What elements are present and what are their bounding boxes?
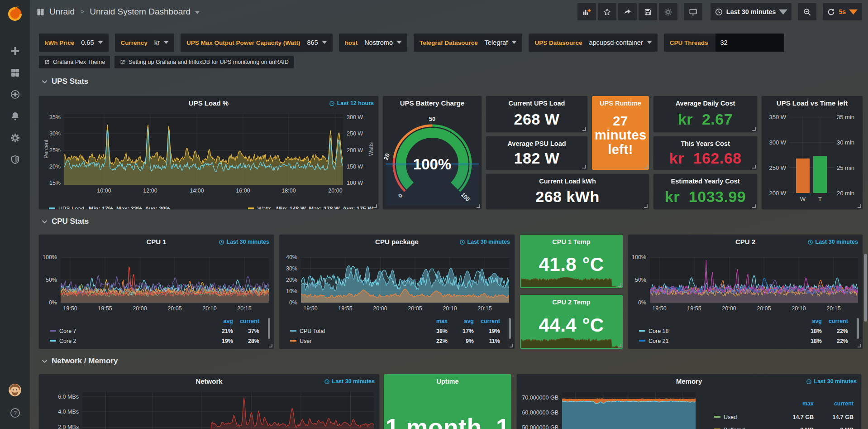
legend-header[interactable]: max xyxy=(777,400,814,407)
section-header-1[interactable]: CPU Stats xyxy=(42,217,89,226)
add-panel-button[interactable] xyxy=(577,3,596,20)
configuration-gear-icon[interactable] xyxy=(4,127,26,149)
y-axis-tick: 100% xyxy=(629,254,646,260)
y-axis-tick-right: 20 min xyxy=(837,190,854,197)
legend-value: 3 MB xyxy=(777,427,814,429)
dashboard-settings-button[interactable] xyxy=(659,3,677,20)
stat-title[interactable]: Current UPS Load xyxy=(486,100,587,107)
legend-header[interactable]: avg xyxy=(450,318,474,324)
panel-title[interactable]: UPS Load vs Time left xyxy=(762,99,863,107)
panel-estimated-yearly-cost: Estimated Yearly Costkr 1033.99 xyxy=(653,174,757,209)
chart-canvas[interactable] xyxy=(82,392,374,429)
explore-icon[interactable] xyxy=(4,83,26,105)
alerting-bell-icon[interactable] xyxy=(4,105,26,127)
stat-value: 268 W xyxy=(486,111,587,128)
refresh-button[interactable]: 5s xyxy=(823,3,862,20)
chart-canvas[interactable] xyxy=(521,330,621,348)
time-range-picker[interactable]: Last 30 minutes xyxy=(711,3,792,20)
stat-title[interactable]: Average Daily Cost xyxy=(653,100,757,107)
create-icon[interactable] xyxy=(4,40,26,62)
panel-memory: MemoryLast 30 minutes70.000000 GB60.0000… xyxy=(517,374,861,429)
legend-scrollbar[interactable] xyxy=(509,318,511,339)
legend-header[interactable]: current xyxy=(825,318,848,324)
section-header-2[interactable]: Network / Memory xyxy=(42,357,118,366)
user-avatar[interactable] xyxy=(4,379,26,401)
dashboards-icon[interactable] xyxy=(4,62,26,83)
mark-favorite-button[interactable] xyxy=(598,3,616,20)
stat-title[interactable]: Current Load kWh xyxy=(486,178,649,185)
chart-canvas[interactable] xyxy=(521,269,621,287)
chart-canvas[interactable] xyxy=(650,257,858,303)
variable-input-cpu-threads[interactable] xyxy=(715,34,784,52)
chart-canvas[interactable] xyxy=(64,114,343,185)
legend-value: 19% xyxy=(477,328,500,334)
legend-header[interactable]: current xyxy=(236,318,259,324)
panel-title[interactable]: UPS Load % xyxy=(39,99,378,107)
legend-value: 18% xyxy=(798,338,822,344)
stat-title[interactable]: Average PSU Load xyxy=(486,140,587,147)
template-variables-row: kWh Price0.65CurrencykrUPS Max Output Po… xyxy=(39,34,784,52)
panel-time-badge: Last 12 hours xyxy=(329,100,374,106)
variable-cpu-threads[interactable]: CPU Threads xyxy=(664,34,784,52)
legend-header[interactable]: current xyxy=(817,400,854,407)
variable-ups-max-output-power-capacity-watt[interactable]: UPS Max Output Power Capacity (Watt)865 xyxy=(181,34,333,52)
x-axis-tick: 19:50 xyxy=(297,305,324,312)
stat-title[interactable]: UPS Runtime xyxy=(592,100,649,107)
variable-host[interactable]: hostNostromo xyxy=(339,34,407,52)
chart-canvas[interactable] xyxy=(61,257,269,303)
chart-canvas[interactable] xyxy=(301,257,509,303)
variable-currency[interactable]: Currencykr xyxy=(115,34,174,52)
chart-canvas[interactable] xyxy=(790,117,834,193)
dashboard-link-0[interactable]: Grafana Plex Theme xyxy=(39,56,110,68)
panel-cpu-package: CPU packageLast 30 minutes40%30%20%10%0%… xyxy=(279,235,515,349)
legend-header[interactable]: max xyxy=(424,318,448,324)
legend-value: 38% xyxy=(424,328,448,334)
y-axis-tick: 0% xyxy=(40,299,57,306)
legend-header[interactable]: avg xyxy=(798,318,822,324)
legend-scrollbar[interactable] xyxy=(268,318,270,339)
dashboard-dropdown-caret-icon[interactable] xyxy=(195,11,200,14)
server-admin-shield-icon[interactable] xyxy=(4,149,26,170)
clock-icon xyxy=(807,239,813,245)
legend-header[interactable]: current xyxy=(477,318,500,324)
legend-scrollbar[interactable] xyxy=(857,318,859,339)
x-axis-tick: 20:10 xyxy=(196,305,223,312)
variable-telegraf-datasource[interactable]: Telegraf DatasourceTelegraf xyxy=(414,34,522,52)
grafana-logo-icon[interactable] xyxy=(4,3,26,24)
stat-title[interactable]: CPU 1 Temp xyxy=(520,238,623,246)
breadcrumb-folder[interactable]: Unraid xyxy=(49,7,75,17)
bar-W[interactable] xyxy=(796,159,810,193)
stat-title[interactable]: This Years Cost xyxy=(653,140,757,147)
y-axis-label-left: Percent xyxy=(43,135,49,163)
section-header-0[interactable]: UPS Stats xyxy=(42,77,88,86)
breadcrumb: Unraid > Unraid System Dashboard xyxy=(36,7,200,17)
share-dashboard-button[interactable] xyxy=(618,3,637,20)
page-scrollbar[interactable] xyxy=(864,254,867,322)
y-axis-tick: 20% xyxy=(280,277,297,283)
legend-value: 14.7 GB xyxy=(817,414,854,420)
legend-row: CPU Total xyxy=(290,328,325,334)
stat-title[interactable]: CPU 2 Temp xyxy=(520,299,623,306)
clock-icon xyxy=(324,379,330,385)
cycle-view-mode-button[interactable] xyxy=(684,3,702,20)
breadcrumb-dashboard-title[interactable]: Unraid System Dashboard xyxy=(90,7,191,17)
save-dashboard-button[interactable] xyxy=(639,3,657,20)
panel-title[interactable]: UPS Battery Charge xyxy=(383,99,482,107)
zoom-out-button[interactable] xyxy=(798,3,816,20)
legend-header[interactable]: avg xyxy=(210,318,233,324)
variable-value: kr xyxy=(154,39,168,46)
x-axis-tick: 20:15 xyxy=(231,305,258,312)
stat-title[interactable]: Uptime xyxy=(384,378,511,385)
chart-canvas[interactable] xyxy=(562,392,696,429)
panel-this-years-cost: This Years Costkr 162.68 xyxy=(653,136,757,170)
variable-ups-datasource[interactable]: UPS Datasourceapcupsd-container xyxy=(529,34,657,52)
y-axis-tick-right: 35 min xyxy=(837,114,854,121)
panel-cpu-2-temp: CPU 2 Temp44.4 °C xyxy=(520,295,623,349)
help-icon[interactable]: ? xyxy=(4,402,26,424)
stat-title[interactable]: Estimated Yearly Cost xyxy=(653,178,757,185)
dashboard-link-1[interactable]: Setting up Grafana and InfluxDB for UPS … xyxy=(114,56,294,68)
variable-label: kWh Price xyxy=(45,39,74,46)
bar-T[interactable] xyxy=(813,156,827,193)
legend-row: User xyxy=(290,338,311,344)
variable-kwh-price[interactable]: kWh Price0.65 xyxy=(39,34,109,52)
